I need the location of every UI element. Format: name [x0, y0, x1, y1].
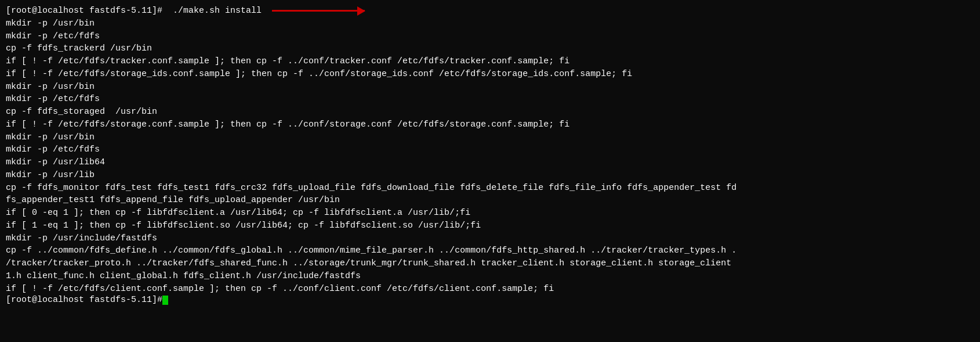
output-line: if [ ! -f /etc/fdfs/storage_ids.conf.sam…: [6, 68, 974, 81]
terminal-prompt: [root@localhost fastdfs-5.11]#: [6, 5, 162, 17]
output-line: mkdir -p /usr/lib64: [6, 156, 974, 169]
terminal-prompt-last: [root@localhost fastdfs-5.11]#: [6, 295, 162, 305]
output-line: if [ 1 -eq 1 ]; then cp -f libfdfsclient…: [6, 219, 974, 232]
red-arrow-icon: [272, 10, 365, 12]
output-line: cp -f fdfs_trackerd /usr/bin: [6, 42, 974, 55]
output-line: cp -f fdfs_storaged /usr/bin: [6, 106, 974, 118]
output-line: if [ ! -f /etc/fdfs/storage.conf.sample …: [6, 118, 974, 131]
output-line: mkdir -p /usr/bin: [6, 81, 974, 93]
terminal-command: ./make.sh install: [162, 5, 262, 17]
output-line: mkdir -p /usr/lib: [6, 169, 974, 182]
last-prompt-line[interactable]: [root@localhost fastdfs-5.11]#: [6, 295, 974, 305]
terminal-window: [root@localhost fastdfs-5.11]# ./make.sh…: [0, 0, 980, 342]
prompt-line: [root@localhost fastdfs-5.11]# ./make.sh…: [6, 5, 974, 17]
output-line: mkdir -p /usr/bin: [6, 131, 974, 144]
terminal-cursor: [162, 296, 168, 305]
output-line: if [ 0 -eq 1 ]; then cp -f libfdfsclient…: [6, 207, 974, 219]
arrow-indicator: [267, 10, 365, 12]
output-line: mkdir -p /usr/include/fastdfs: [6, 232, 974, 245]
output-line: if [ ! -f /etc/fdfs/client.conf.sample ]…: [6, 283, 974, 296]
output-line: if [ ! -f /etc/fdfs/tracker.conf.sample …: [6, 55, 974, 68]
output-line: mkdir -p /etc/fdfs: [6, 143, 974, 156]
output-line: /tracker/tracker_proto.h ../tracker/fdfs…: [6, 257, 974, 270]
output-line: 1.h client_func.h client_global.h fdfs_c…: [6, 270, 974, 283]
output-line: fs_appender_test1 fdfs_append_file fdfs_…: [6, 194, 974, 207]
output-line: cp -f ../common/fdfs_define.h ../common/…: [6, 244, 974, 257]
output-line: mkdir -p /etc/fdfs: [6, 93, 974, 106]
output-line: cp -f fdfs_monitor fdfs_test fdfs_test1 …: [6, 182, 974, 195]
output-line: mkdir -p /etc/fdfs: [6, 30, 974, 43]
output-line: mkdir -p /usr/bin: [6, 17, 974, 30]
